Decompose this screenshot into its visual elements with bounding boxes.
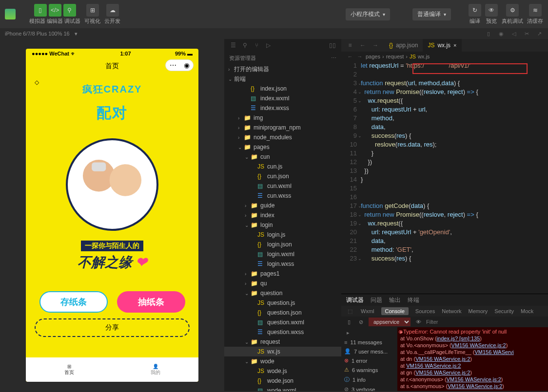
debugger-button[interactable]: ⚲ xyxy=(63,4,76,17)
tab-output[interactable]: 输出 xyxy=(389,296,401,304)
mode-dropdown[interactable]: 小程序模式 xyxy=(346,8,390,20)
tree-item-cun.json[interactable]: {}cun.json xyxy=(224,171,341,181)
code-line-14: 14} xyxy=(341,175,548,184)
console-output[interactable]: ⊗▸TypeError: Cannot read property 'init'… xyxy=(397,327,548,391)
eye-icon[interactable]: 👁 xyxy=(414,318,422,326)
tab-mine[interactable]: 👤我的 xyxy=(112,357,198,382)
frontend-section[interactable]: ⌄前端 xyxy=(224,74,341,84)
msg-filter[interactable]: 👤7 user mess... xyxy=(341,347,397,356)
subtab-mock[interactable]: Mock xyxy=(521,308,533,314)
save-note-button[interactable]: 存纸条 xyxy=(39,291,108,313)
device-icon[interactable]: ▯ xyxy=(485,30,492,37)
cloud-button[interactable]: ☁ xyxy=(106,4,119,17)
tree-item-wode.json[interactable]: {}wode.json xyxy=(224,376,341,386)
tab-home[interactable]: ⊞首页 xyxy=(26,357,112,382)
tree-item-cun.js[interactable]: JScun.js xyxy=(224,162,341,171)
tree-item-wode[interactable]: ⌄📁wode xyxy=(224,356,341,366)
close-icon[interactable]: × xyxy=(453,42,456,48)
tree-item-login.js[interactable]: JSlogin.js xyxy=(224,230,341,240)
tree-item-guide[interactable]: ›📁guide xyxy=(224,201,341,210)
subtab-network[interactable]: Network xyxy=(442,308,461,314)
draw-note-button[interactable]: 抽纸条 xyxy=(117,291,185,313)
tree-item-index[interactable]: ›📁index xyxy=(224,210,341,220)
cut-icon[interactable]: ✂ xyxy=(523,30,530,37)
tree-item-cun.wxss[interactable]: ☰cun.wxss xyxy=(224,191,341,201)
tree-item-question.wxss[interactable]: ☰question.wxss xyxy=(224,327,341,337)
sidebar-toggle-icon[interactable]: ▯ xyxy=(345,318,353,326)
simulator-button[interactable]: ▯ xyxy=(34,4,47,17)
open-editors-section[interactable]: ›打开的编辑器 xyxy=(224,64,341,74)
subtab-memory[interactable]: Memory xyxy=(469,308,488,314)
inspect-icon[interactable]: ⬚ xyxy=(346,307,354,315)
tree-item-pages[interactable]: ⌄📁pages xyxy=(224,142,341,152)
breadcrumb[interactable]: ←→ pages › request › JS wx.js xyxy=(341,52,548,61)
nav-back-icon[interactable]: ← xyxy=(359,41,367,49)
capsule[interactable]: ⋯◉ xyxy=(165,59,194,71)
tree-item-question.js[interactable]: JSquestion.js xyxy=(224,298,341,308)
tree-item-index.wxml[interactable]: ▤index.wxml xyxy=(224,93,341,103)
share-button[interactable]: 分享 xyxy=(35,318,190,337)
outline-icon[interactable]: ≡ xyxy=(346,41,354,49)
tree-item-login.wxss[interactable]: ☰login.wxss xyxy=(224,259,341,269)
tree-item-login.wxml[interactable]: ▤login.wxml xyxy=(224,249,341,259)
msg-filter[interactable]: ⊘3 verbose xyxy=(341,385,397,391)
subtab-security[interactable]: Security xyxy=(494,308,514,314)
tree-item-wx.js[interactable]: JSwx.js xyxy=(224,347,341,356)
tree-item-cun.wxml[interactable]: ▤cun.wxml xyxy=(224,181,341,191)
tree-item-img[interactable]: ›📁img xyxy=(224,113,341,123)
tab-bar: ⊞首页 👤我的 xyxy=(26,357,198,382)
tree-item-question.json[interactable]: {}question.json xyxy=(224,308,341,317)
clear-cache-button[interactable]: ≋ xyxy=(529,4,542,17)
tree-item-qu[interactable]: ›📁qu xyxy=(224,279,341,288)
editor-button[interactable]: </> xyxy=(49,4,61,17)
code-line-7: 7 method, xyxy=(341,114,548,123)
split-icon[interactable]: ▯▯ xyxy=(329,41,336,49)
code-editor[interactable]: 1let requestUrl = 'https:/ /api/v1/'23⌄f… xyxy=(341,61,548,294)
tree-item-index.json[interactable]: {}index.json xyxy=(224,84,341,93)
tab-problems[interactable]: 问题 xyxy=(371,296,382,304)
clear-icon[interactable]: ⊘ xyxy=(357,318,365,326)
compile-dropdown[interactable]: 普通编译 xyxy=(412,8,451,20)
record-icon[interactable]: ◉ xyxy=(497,30,505,37)
tab-debugger[interactable]: 调试器 xyxy=(346,296,364,304)
tree-item-wode.js[interactable]: JSwode.js xyxy=(224,366,341,376)
mute-icon[interactable]: ◁ xyxy=(510,30,518,37)
tree-item-cun[interactable]: ⌄📁cun xyxy=(224,152,341,162)
tree-item-node_modules[interactable]: ›📁node_modules xyxy=(224,132,341,142)
tree-item-pages1[interactable]: ›📁pages1 xyxy=(224,269,341,279)
close-icon[interactable]: ↗ xyxy=(535,30,543,37)
tree-item-question[interactable]: ⌄📁question xyxy=(224,288,341,298)
tree-item-wode.wxml[interactable]: ▤wode.wxml xyxy=(224,386,341,391)
compile-button[interactable]: ↻ xyxy=(469,4,481,17)
branch-icon[interactable]: ⑂ xyxy=(253,41,260,49)
tree-item-index.wxss[interactable]: ☰index.wxss xyxy=(224,103,341,113)
code-line-1: 1let requestUrl = 'https:/ /api/v1/' xyxy=(341,61,548,70)
scope-select[interactable]: appservice xyxy=(369,317,411,326)
tab-app-json[interactable]: {}app.json xyxy=(384,39,423,52)
remote-debug-button[interactable]: ⚙ xyxy=(506,4,519,17)
msg-filter[interactable]: ⊗1 error xyxy=(341,356,397,365)
debug-icon[interactable]: ▷ xyxy=(264,41,272,49)
msg-filter[interactable]: ⓘ1 info xyxy=(341,374,397,385)
tree-item-request[interactable]: ⌄📁request xyxy=(224,337,341,347)
menu-icon[interactable]: ☰ xyxy=(229,41,237,49)
tab-wx-js[interactable]: JSwx.js× xyxy=(423,39,461,52)
subtab-wxml[interactable]: Wxml xyxy=(361,308,374,314)
tree-item-login.json[interactable]: {}login.json xyxy=(224,240,341,249)
msg-filter[interactable]: ⚠6 warnings xyxy=(341,365,397,374)
tree-item-miniprogram_npm[interactable]: ›📁miniprogram_npm xyxy=(224,123,341,132)
tab-terminal[interactable]: 终端 xyxy=(408,296,419,304)
more-icon[interactable]: ⋯ xyxy=(331,55,336,61)
msg-filter[interactable]: ≡11 messages xyxy=(341,338,397,347)
device-label[interactable]: iPhone 6/7/8 Plus 100% 16 xyxy=(5,31,70,37)
filter-input[interactable] xyxy=(426,319,544,325)
visualize-button[interactable]: ⊞ xyxy=(86,4,99,17)
subtab-console[interactable]: Console xyxy=(381,307,409,315)
home-icon: ⊞ xyxy=(67,364,71,369)
tree-item-question.wxml[interactable]: ▤question.wxml xyxy=(224,317,341,327)
preview-button[interactable]: 👁 xyxy=(485,4,498,17)
nav-fwd-icon[interactable]: → xyxy=(372,41,379,49)
tree-item-login[interactable]: ⌄📁login xyxy=(224,220,341,230)
search-icon[interactable]: ⚲ xyxy=(241,41,249,49)
subtab-sources[interactable]: Sources xyxy=(415,308,435,314)
